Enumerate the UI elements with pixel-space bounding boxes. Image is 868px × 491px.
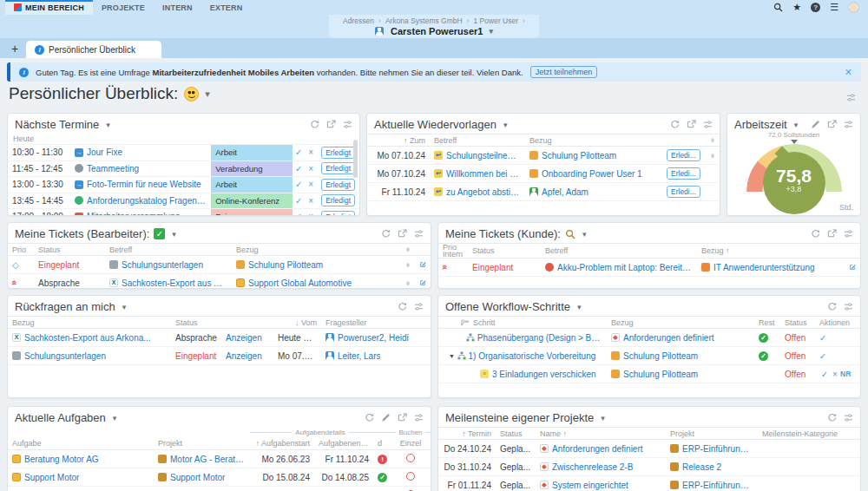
take-survey-button[interactable]: Jetzt teilnehmen <box>530 66 598 78</box>
search-icon[interactable] <box>773 3 783 12</box>
filter-check-icon[interactable]: ✓ <box>154 228 165 239</box>
fragesteller-link[interactable]: Leiter, Lars <box>321 351 431 361</box>
col-termin[interactable]: ↑ Termin <box>438 429 496 438</box>
termin-row[interactable]: 13:45 - 14:45 Anforderungskatalog Fragen… <box>8 193 359 210</box>
bezug-link[interactable]: Onboarding Power User 1 <box>525 169 662 179</box>
meilenstein-row[interactable]: Do 24.10.24 Gepla... ◆Anforderungen defi… <box>438 440 860 458</box>
col-name[interactable]: Name ↑ <box>536 429 666 438</box>
refresh-icon[interactable] <box>310 120 319 129</box>
meilenstein-link[interactable]: ◆Zwischenrelease 2-B <box>536 462 666 472</box>
help-icon[interactable]: ? <box>811 3 820 12</box>
open-external-icon[interactable] <box>827 229 837 239</box>
nr-action[interactable]: NR <box>840 370 851 378</box>
wiedervorlage-link[interactable]: ↩zu Angebot abstimmen <box>430 187 525 197</box>
projekt-link[interactable]: Motor AG - Beratung <box>154 455 250 464</box>
termin-link[interactable]: →Jour Fixe <box>70 147 211 157</box>
edit-pencil-icon[interactable] <box>811 120 820 129</box>
confirm-check-icon[interactable]: ✓ <box>293 180 305 189</box>
approve-check-icon[interactable]: ✓ <box>819 351 826 361</box>
chevron-down-icon[interactable]: ▾ <box>503 121 508 129</box>
termin-row[interactable]: 17:00 - 18:00 Mitarbeiterversammlung Fei… <box>8 209 359 216</box>
bezug-link[interactable]: ◆Anforderungen definiert <box>607 333 754 343</box>
close-icon[interactable]: ✕ <box>845 67 852 78</box>
col-aktionen[interactable]: Aktionen <box>815 318 860 327</box>
schritt-link[interactable]: Phasenübergang (Design > Build) beantrag… <box>438 333 607 343</box>
ticket-link[interactable]: Schulungsunterlagen <box>105 260 232 270</box>
wiedervorlage-row[interactable]: Fr 11.10.24 ↩zu Angebot abstimmen Apfel,… <box>367 183 720 201</box>
nav-mein-bereich[interactable]: MEIN BEREICH <box>5 0 93 15</box>
erledigt-button[interactable]: Erledigt <box>321 194 355 206</box>
page-settings-icon[interactable] <box>846 93 856 102</box>
wiedervorlage-link[interactable]: ↩Willkommen bei der Arkona Systems! <box>430 169 525 179</box>
open-external-icon[interactable] <box>827 120 837 129</box>
col-aufgabenende[interactable]: Aufgabenende <box>314 439 373 448</box>
schritt-link[interactable]: ▼ 1) Organisatorische Vorbereitung <box>438 351 607 361</box>
reject-x-icon[interactable]: × <box>830 370 840 379</box>
col-aufgabe[interactable]: Aufgabe <box>8 439 154 448</box>
col-bezug[interactable]: Bezug <box>525 136 662 145</box>
nav-projekte[interactable]: PROJEKTE <box>93 0 154 15</box>
aufgabe-row[interactable]: Support Motor Support Motor Do 15.08.24 … <box>8 468 431 487</box>
anzeigen-link[interactable]: Anzeigen <box>221 333 273 343</box>
magnifier-icon[interactable] <box>565 229 575 239</box>
bezug-link[interactable]: Schulungsunterlagen <box>8 351 171 361</box>
tab-persoenlicher-ueberblick[interactable]: i Persönlicher Überblick <box>26 41 161 58</box>
erledigt-button[interactable]: Erledi... <box>667 167 700 180</box>
projekt-link[interactable]: Release 2 <box>666 462 758 472</box>
projekt-link[interactable]: Support Motor <box>154 473 250 482</box>
refresh-icon[interactable] <box>381 229 391 239</box>
edit-ticket-icon[interactable] <box>415 260 431 269</box>
settings-sliders-icon[interactable] <box>414 229 424 239</box>
erledigt-button[interactable]: Erledi... <box>667 186 700 198</box>
termin-link[interactable]: Mitarbeiterversammlung <box>70 212 211 216</box>
aufgabe-link[interactable]: Support Motor <box>8 473 154 482</box>
confirm-check-icon[interactable]: ✓ <box>293 164 305 173</box>
bezug-link[interactable]: Support Global Automotive <box>232 278 401 288</box>
settings-sliders-icon[interactable] <box>703 120 713 129</box>
col-vom[interactable]: ↓ Vom <box>273 318 321 327</box>
termin-link[interactable]: Teammeeting <box>70 164 211 173</box>
refresh-icon[interactable] <box>365 413 374 422</box>
col-rest[interactable]: Rest <box>754 318 780 327</box>
breadcrumb-adressen[interactable]: Adressen <box>343 16 374 25</box>
col-projekt[interactable]: Projekt <box>154 439 250 448</box>
col-status[interactable]: Status <box>780 318 815 327</box>
chevron-down-icon[interactable]: ▾ <box>601 414 605 422</box>
col-prio[interactable]: Prio <box>8 245 34 254</box>
erledigt-button[interactable]: Erledi... <box>667 149 700 161</box>
breadcrumb-role[interactable]: 1 Power User <box>474 16 519 25</box>
settings-sliders-icon[interactable] <box>343 120 352 129</box>
ticket-link[interactable]: XSachkosten-Export aus Arkona ERP <box>105 278 232 288</box>
nav-extern[interactable]: EXTERN <box>201 0 252 15</box>
paperclip-icon[interactable] <box>706 152 720 160</box>
chevron-down-icon[interactable]: ▾ <box>113 414 117 422</box>
refresh-icon[interactable] <box>827 413 837 422</box>
open-external-icon[interactable] <box>398 413 407 422</box>
breadcrumb-company[interactable]: Arkona Systems GmbH <box>385 16 463 25</box>
termin-row[interactable]: 13:00 - 13:30 →Foto-Termin für neue Webs… <box>8 177 359 193</box>
col-bezug[interactable]: Bezug <box>607 318 754 327</box>
edit-ticket-icon[interactable] <box>415 278 431 287</box>
col-kategorie[interactable]: Meilenstein-Kategorie <box>758 429 860 438</box>
col-schritt[interactable]: Schritt <box>438 318 607 327</box>
chevron-down-icon[interactable]: ▾ <box>794 121 799 129</box>
confirm-check-icon[interactable]: ✓ <box>293 196 305 206</box>
chevron-down-icon[interactable]: ▾ <box>122 303 127 311</box>
meilenstein-link[interactable]: ◆Anforderungen definiert <box>536 444 666 454</box>
nav-intern[interactable]: INTERN <box>154 0 201 15</box>
aufgabe-row[interactable]: Onboarding Power User 1 Onboarding Neue … <box>8 487 431 491</box>
decline-x-icon[interactable]: × <box>305 212 317 216</box>
erledigt-button[interactable]: Erledigt <box>321 179 355 191</box>
workflow-row[interactable]: Phasenübergang (Design > Build) beantrag… <box>438 329 860 347</box>
wiedervorlage-row[interactable]: Mo 07.10.24 ↩Willkommen bei der Arkona S… <box>367 165 720 183</box>
time-booking-icon[interactable] <box>406 454 415 462</box>
projekt-link[interactable]: ERP-Einführung Global Automotive <box>666 444 758 454</box>
settings-sliders-icon[interactable] <box>844 302 853 311</box>
confirm-check-icon[interactable]: ✓ <box>293 147 305 157</box>
col-zum[interactable]: ↑ Zum <box>367 136 430 145</box>
open-external-icon[interactable] <box>687 120 696 129</box>
time-booking-icon[interactable] <box>406 472 415 481</box>
confirm-check-icon[interactable]: ✓ <box>293 212 305 216</box>
rueckfrage-row[interactable]: XSachkosten-Export aus Arkona... Absprac… <box>8 329 431 347</box>
meilenstein-row[interactable]: Fr 01.11.24 Gepla... ◆System eingerichte… <box>438 476 860 491</box>
